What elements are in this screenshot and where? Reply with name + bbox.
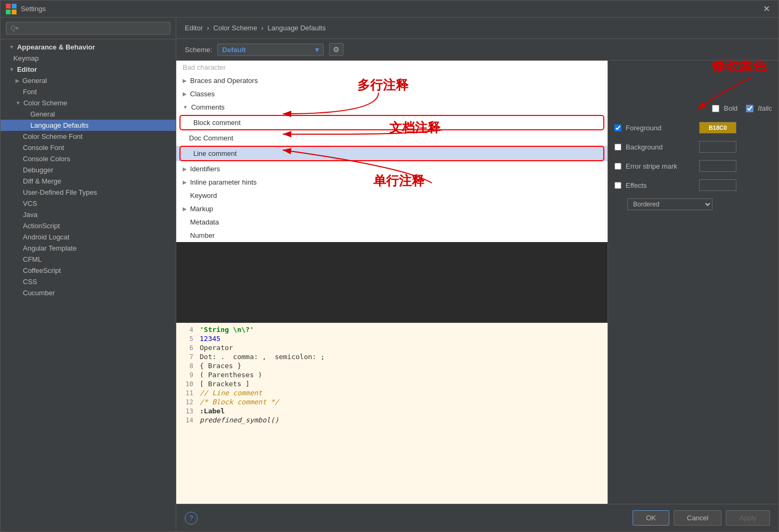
- scheme-gear-button[interactable]: ⚙: [329, 43, 343, 56]
- opt-label: Braces and Operators: [190, 77, 258, 85]
- sidebar-item-editor[interactable]: ▼ Editor: [1, 64, 176, 75]
- opt-label: Number: [190, 231, 215, 239]
- split-area: Bad character ▶ Braces and Operators ▶ C…: [176, 61, 778, 504]
- expand-arrow: ▼: [183, 104, 188, 110]
- line-num: 13: [183, 408, 193, 415]
- background-checkbox[interactable]: [614, 144, 621, 151]
- sidebar-tree: ▼ Appearance & Behavior Keymap ▼ Editor …: [1, 39, 176, 531]
- opt-markup[interactable]: ▶ Markup: [176, 202, 608, 215]
- effects-style-select[interactable]: Bordered: [627, 198, 712, 210]
- background-color-box[interactable]: [699, 141, 736, 153]
- help-button[interactable]: ?: [185, 512, 198, 525]
- opt-bad-character[interactable]: Bad character: [176, 61, 608, 74]
- scheme-value: Default: [222, 46, 245, 54]
- svg-rect-2: [6, 10, 11, 14]
- modify-color-container: 修改颜色: [614, 67, 772, 99]
- sidebar-item-label: Console Colors: [23, 155, 70, 163]
- main-panel: Editor › Color Scheme › Language Default…: [176, 18, 778, 531]
- error-stripe-color-box[interactable]: [699, 160, 736, 172]
- sidebar-item-label: CoffeeScript: [23, 267, 61, 275]
- sidebar-item-language-defaults[interactable]: Language Defaults: [1, 120, 176, 131]
- opt-keyword[interactable]: Keyword: [176, 189, 608, 202]
- sidebar-item-general[interactable]: ▶ General: [1, 75, 176, 86]
- sidebar-item-color-scheme-font[interactable]: Color Scheme Font: [1, 131, 176, 142]
- sidebar-item-java[interactable]: Java: [1, 209, 176, 220]
- app-icon: [6, 4, 17, 14]
- opt-label: Markup: [190, 205, 213, 213]
- sidebar-item-coffeescript[interactable]: CoffeeScript: [1, 265, 176, 276]
- sidebar-item-angular-template[interactable]: Angular Template: [1, 243, 176, 254]
- effects-row: Effects: [614, 179, 772, 191]
- options-list-inner: Bad character ▶ Braces and Operators ▶ C…: [176, 61, 608, 242]
- sidebar-item-font[interactable]: Font: [1, 86, 176, 97]
- sidebar-item-label: Editor: [17, 65, 37, 73]
- sidebar-item-label: Appearance & Behavior: [17, 43, 95, 51]
- code-line-5: 5 12345: [176, 334, 608, 343]
- sidebar-item-label: VCS: [23, 200, 37, 207]
- sidebar-item-diff-merge[interactable]: Diff & Merge: [1, 176, 176, 187]
- sidebar-item-keymap[interactable]: Keymap: [1, 53, 176, 64]
- sidebar-item-cs-general[interactable]: General: [1, 109, 176, 120]
- background-row: Background: [614, 141, 772, 153]
- sidebar-item-cfml[interactable]: CFML: [1, 254, 176, 265]
- opt-comments[interactable]: ▼ Comments: [176, 101, 608, 114]
- sidebar-item-cucumber[interactable]: Cucumber: [1, 287, 176, 298]
- breadcrumb-color-scheme: Color Scheme: [214, 24, 257, 32]
- sidebar-item-console-colors[interactable]: Console Colors: [1, 153, 176, 164]
- expand-arrow: ▶: [15, 78, 20, 84]
- bold-checkbox[interactable]: [712, 105, 719, 112]
- sidebar-item-color-scheme[interactable]: ▼ Color Scheme: [1, 97, 176, 109]
- code-content: // Line comment: [200, 389, 262, 397]
- expand-arrow: ▶: [183, 91, 187, 97]
- italic-checkbox[interactable]: [746, 105, 753, 112]
- sidebar-item-console-font[interactable]: Console Font: [1, 142, 176, 153]
- cancel-button[interactable]: Cancel: [674, 510, 721, 526]
- svg-rect-3: [12, 10, 17, 14]
- sidebar-item-label: Cucumber: [23, 289, 55, 297]
- search-input[interactable]: [6, 22, 170, 35]
- sidebar-item-actionscript[interactable]: ActionScript: [1, 220, 176, 231]
- sidebar-item-label: Angular Template: [23, 244, 77, 252]
- opt-label: Inline parameter hints: [190, 178, 257, 186]
- sidebar-item-appearance[interactable]: ▼ Appearance & Behavior: [1, 41, 176, 53]
- opt-label: Keyword: [190, 192, 217, 200]
- opt-line-comment[interactable]: Line comment: [179, 146, 604, 161]
- sidebar-item-label: CFML: [23, 255, 42, 263]
- search-box: [1, 18, 176, 39]
- opt-label: Identifiers: [190, 165, 220, 173]
- foreground-row: Foreground B18C0: [614, 122, 772, 134]
- code-content: ( Parentheses ): [200, 371, 262, 379]
- sidebar-item-android-logcat[interactable]: Android Logcat: [1, 231, 176, 243]
- sidebar-item-user-defined[interactable]: User-Defined File Types: [1, 187, 176, 198]
- breadcrumb: Editor › Color Scheme › Language Default…: [176, 18, 778, 39]
- sidebar-item-vcs[interactable]: VCS: [1, 198, 176, 209]
- opt-number[interactable]: Number: [176, 229, 608, 242]
- foreground-label: Foreground: [626, 124, 695, 132]
- code-line-13: 13 :Label: [176, 406, 608, 415]
- code-content: Dot: . comma: , semicolon: ;: [200, 353, 325, 361]
- effects-checkbox[interactable]: [614, 182, 621, 189]
- code-line-8: 8 { Braces }: [176, 361, 608, 370]
- close-button[interactable]: ✕: [760, 3, 773, 15]
- apply-button[interactable]: Apply: [726, 510, 770, 526]
- scheme-dropdown[interactable]: Default ▾: [217, 44, 324, 56]
- line-num: 8: [183, 362, 193, 370]
- error-stripe-checkbox[interactable]: [614, 163, 621, 170]
- annotation-modify-color: 修改颜色: [711, 61, 767, 75]
- sidebar-item-debugger[interactable]: Debugger: [1, 164, 176, 176]
- code-content: [ Brackets ]: [200, 380, 250, 388]
- line-num: 9: [183, 371, 193, 379]
- expand-arrow: ▼: [9, 66, 14, 72]
- code-line-10: 10 [ Brackets ]: [176, 379, 608, 388]
- effects-color-box[interactable]: [699, 179, 736, 191]
- sidebar-item-label: Font: [23, 88, 37, 96]
- foreground-checkbox[interactable]: [614, 124, 621, 131]
- opt-label: Bad character: [183, 63, 226, 71]
- line-num: 12: [183, 398, 193, 406]
- annotation-multiline: 多行注释: [357, 77, 408, 94]
- sidebar-item-css[interactable]: CSS: [1, 276, 176, 287]
- opt-metadata[interactable]: Metadata: [176, 215, 608, 229]
- foreground-color-box[interactable]: B18C0: [699, 122, 736, 134]
- opt-label: Doc Comment: [189, 134, 233, 142]
- ok-button[interactable]: OK: [633, 510, 669, 526]
